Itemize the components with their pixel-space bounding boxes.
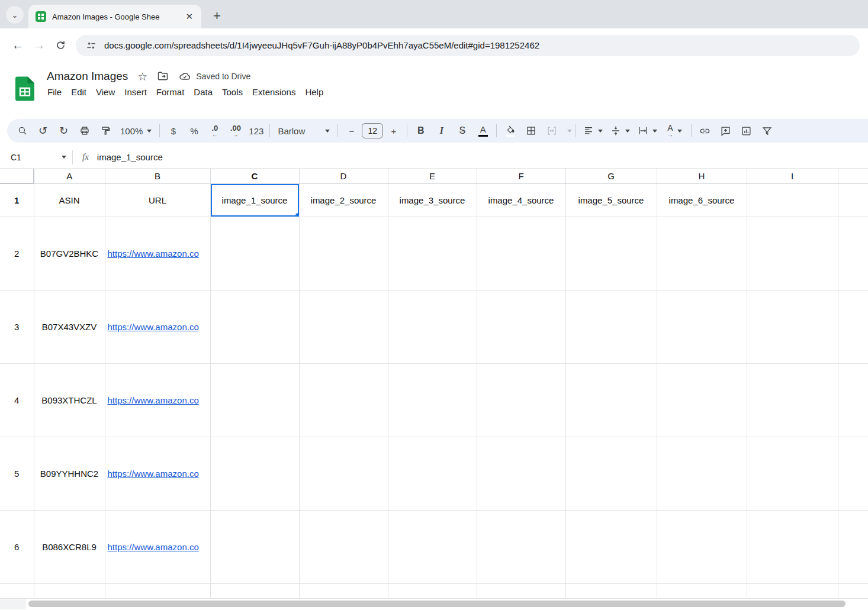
column-header-c[interactable]: C	[210, 169, 299, 183]
cell-c6[interactable]	[210, 510, 299, 583]
cell-j6[interactable]	[838, 510, 868, 583]
cell-f1[interactable]: image_4_source	[477, 183, 565, 217]
cell-d4[interactable]	[299, 363, 388, 437]
text-rotation-button[interactable]: A→	[661, 121, 688, 140]
formula-input[interactable]: image_1_source	[97, 152, 163, 162]
cell-j5[interactable]	[838, 437, 868, 510]
cell-a1[interactable]: ASIN	[34, 183, 105, 217]
select-all-corner[interactable]	[0, 169, 34, 183]
cell-h4[interactable]	[657, 363, 747, 437]
cell-a5[interactable]: B09YYHHNC2	[34, 437, 105, 510]
insert-comment-button[interactable]	[715, 121, 736, 140]
cell-f7[interactable]	[477, 583, 565, 598]
cell-d1[interactable]: image_2_source	[299, 183, 388, 217]
cell-f2[interactable]	[477, 217, 565, 290]
text-wrapping-button[interactable]	[634, 121, 661, 140]
menu-edit[interactable]: Edit	[66, 85, 91, 99]
cell-i1[interactable]	[747, 183, 838, 217]
format-currency-button[interactable]: $	[163, 121, 184, 140]
name-box[interactable]: C1	[0, 153, 72, 162]
move-folder-icon[interactable]	[157, 70, 169, 82]
url-link[interactable]: https://www.amazon.co	[105, 322, 210, 332]
undo-button[interactable]: ↺	[33, 121, 53, 140]
cell-i6[interactable]	[747, 510, 838, 583]
merge-cells-button[interactable]	[541, 121, 562, 140]
print-button[interactable]	[74, 121, 95, 140]
cell-g1[interactable]: image_5_source	[565, 183, 657, 217]
menu-data[interactable]: Data	[189, 85, 217, 99]
menu-tools[interactable]: Tools	[217, 85, 247, 99]
decrease-font-size-button[interactable]: −	[341, 121, 362, 140]
format-percent-button[interactable]: %	[184, 121, 204, 140]
url-link[interactable]: https://www.amazon.co	[105, 248, 210, 259]
star-icon[interactable]: ☆	[137, 70, 147, 83]
redo-button[interactable]: ↻	[53, 121, 74, 140]
column-header-g[interactable]: G	[565, 169, 657, 183]
cell-c4[interactable]	[210, 363, 299, 437]
paint-format-button[interactable]	[95, 121, 115, 140]
cell-h5[interactable]	[657, 437, 747, 510]
cell-b1[interactable]: URL	[105, 183, 210, 217]
address-bar[interactable]: docs.google.com/spreadsheets/d/1I4jwyeeu…	[76, 35, 860, 56]
horizontal-scrollbar-thumb[interactable]	[28, 601, 846, 607]
menu-file[interactable]: File	[43, 85, 66, 99]
cell-c7[interactable]	[210, 583, 299, 598]
cell-a4[interactable]: B093XTHCZL	[34, 363, 105, 437]
cell-c2[interactable]	[210, 217, 299, 290]
cell-d7[interactable]	[299, 583, 388, 598]
cell-e2[interactable]	[388, 217, 477, 290]
back-button[interactable]: ←	[7, 35, 28, 56]
column-header-h[interactable]: H	[657, 169, 747, 183]
row-header-4[interactable]: 4	[0, 363, 34, 437]
cell-h7[interactable]	[657, 583, 747, 598]
cell-g3[interactable]	[565, 290, 657, 363]
cell-a3[interactable]: B07X43VXZV	[34, 290, 105, 363]
cell-b5[interactable]: https://www.amazon.co	[105, 437, 210, 510]
url-link[interactable]: https://www.amazon.co	[105, 395, 210, 405]
tab-close-icon[interactable]: ✕	[183, 10, 195, 23]
column-header-b[interactable]: B	[105, 169, 210, 183]
cell-b2[interactable]: https://www.amazon.co	[105, 217, 210, 290]
horizontal-align-button[interactable]	[579, 121, 606, 140]
row-header-1[interactable]: 1	[0, 183, 34, 217]
cell-j3[interactable]	[838, 290, 868, 363]
cell-h2[interactable]	[657, 217, 747, 290]
menu-help[interactable]: Help	[300, 85, 328, 99]
cell-f5[interactable]	[477, 437, 565, 510]
cell-e4[interactable]	[388, 363, 477, 437]
cell-d5[interactable]	[299, 437, 388, 510]
cell-e5[interactable]	[388, 437, 477, 510]
cell-f3[interactable]	[477, 290, 565, 363]
column-header-i[interactable]: I	[747, 169, 838, 183]
cell-f6[interactable]	[477, 510, 565, 583]
create-filter-button[interactable]	[757, 121, 777, 140]
browser-tab[interactable]: Amazon Images - Google Shee ✕	[28, 5, 201, 28]
cell-i5[interactable]	[747, 437, 838, 510]
cell-g5[interactable]	[565, 437, 657, 510]
fill-handle[interactable]	[295, 213, 300, 217]
increase-font-size-button[interactable]: +	[383, 121, 404, 140]
cell-g2[interactable]	[565, 217, 657, 290]
cell-f4[interactable]	[477, 363, 565, 437]
forward-button[interactable]: →	[28, 35, 50, 56]
vertical-align-button[interactable]	[606, 121, 634, 140]
row-header-6[interactable]: 6	[0, 510, 34, 583]
cell-h6[interactable]	[657, 510, 747, 583]
column-header-d[interactable]: D	[299, 169, 388, 183]
cell-h3[interactable]	[657, 290, 747, 363]
cell-a7[interactable]	[34, 583, 105, 598]
column-header-f[interactable]: F	[477, 169, 565, 183]
bold-button[interactable]: B	[410, 121, 431, 140]
cell-j7[interactable]	[838, 583, 868, 598]
cell-i2[interactable]	[747, 217, 838, 290]
menu-extensions[interactable]: Extensions	[247, 85, 300, 99]
cell-e1[interactable]: image_3_source	[388, 183, 477, 217]
row-header-5[interactable]: 5	[0, 437, 34, 510]
row-header-3[interactable]: 3	[0, 290, 34, 363]
cell-j1[interactable]	[838, 183, 868, 217]
italic-button[interactable]: I	[431, 121, 452, 140]
new-tab-button[interactable]: +	[210, 8, 224, 24]
menu-view[interactable]: View	[91, 85, 120, 99]
cell-a2[interactable]: B07GV2BHKC	[34, 217, 105, 290]
cell-d3[interactable]	[299, 290, 388, 363]
